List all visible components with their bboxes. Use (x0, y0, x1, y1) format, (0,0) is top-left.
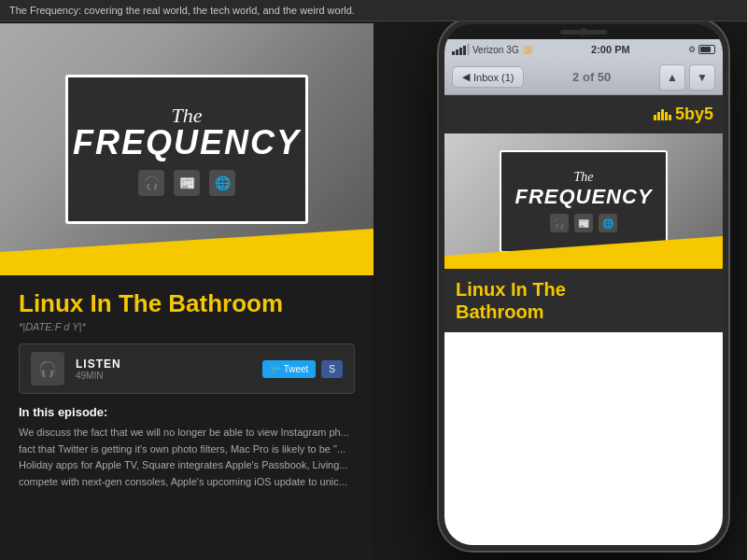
fb5-bar-1 (654, 115, 656, 120)
newspaper-icon: 📰 (174, 170, 200, 196)
phone-email-title-area: Linux In TheBathroom (444, 269, 723, 332)
status-right: ⚙ (688, 45, 715, 54)
hero-frequency-text: FREQUENCY (73, 123, 301, 162)
mail-navigation: ◀ Inbox (1) 2 of 50 ▲ ▼ (444, 60, 723, 95)
fb5-bar-5 (669, 115, 671, 120)
settings-icon: ⚙ (688, 45, 696, 54)
phone-email-title: Linux In TheBathroom (456, 278, 712, 323)
email-title: Linux In The Bathroom (19, 289, 355, 318)
phone-headphones-icon: 🎧 (550, 214, 569, 232)
mail-counter: 2 of 50 (572, 70, 611, 84)
up-arrow-icon: ▲ (667, 71, 678, 84)
phone-hero: The FREQUENCY 🎧 📰 🌐 (444, 133, 723, 269)
tweet-button[interactable]: 🐦 Tweet (262, 360, 317, 378)
inbox-label: Inbox (1) (473, 72, 514, 83)
fb5-bar-4 (665, 112, 668, 120)
signal-bars (452, 44, 470, 55)
down-arrow-icon: ▼ (697, 71, 708, 84)
back-arrow-icon: ◀ (462, 71, 470, 83)
signal-bar-2 (456, 49, 458, 55)
fiveby5-bars (654, 109, 671, 120)
wifi-icon: 🔆 (522, 45, 533, 55)
battery-icon (698, 45, 715, 54)
fb5-bar-3 (661, 109, 664, 120)
listen-bar: 🎧 LISTEN 49MIN 🐦 Tweet S (19, 343, 355, 394)
desktop-email-view: The FREQUENCY 🎧 📰 🌐 Linux In The Bathroo… (0, 23, 374, 560)
phone-newspaper-icon: 📰 (574, 214, 593, 232)
headphones-icon: 🎧 (138, 170, 164, 196)
status-time: 2:00 PM (591, 44, 630, 55)
signal-bar-4 (463, 46, 466, 55)
battery-fill (700, 47, 711, 52)
mail-nav-arrows: ▲ ▼ (659, 64, 715, 91)
phone-mockup: Verizon 3G 🔆 2:00 PM ⚙ ◀ Inbox (1) 2 of … (439, 19, 728, 551)
signal-bar-5 (467, 44, 470, 55)
previous-mail-button[interactable]: ▲ (659, 64, 685, 91)
listen-info: LISTEN 49MIN (76, 357, 251, 381)
email-hero-section: The FREQUENCY 🎧 📰 🌐 (0, 23, 374, 275)
episode-text: We discuss the fact that we will no long… (19, 425, 355, 490)
phone-frequency-logo: The FREQUENCY 🎧 📰 🌐 (500, 150, 668, 253)
carrier-name: Verizon (472, 45, 503, 55)
top-bar: The Frequency: covering the real world, … (0, 0, 747, 21)
phone-status-bar: Verizon 3G 🔆 2:00 PM ⚙ (444, 39, 723, 60)
phone-globe-icon: 🌐 (599, 214, 617, 232)
phone-header-area: 5by5 (444, 95, 723, 133)
twitter-icon: 🐦 (270, 364, 281, 374)
phone-frequency-text: FREQUENCY (514, 185, 652, 209)
fiveby5-logo: 5by5 (675, 105, 713, 124)
listen-icon: 🎧 (31, 352, 64, 385)
phone-camera (580, 28, 587, 35)
episode-section: In this episode: We discuss the fact tha… (19, 405, 355, 490)
phone-hero-icons: 🎧 📰 🌐 (550, 214, 617, 232)
phone-email-body: 5by5 The FREQUENCY 🎧 📰 🌐 Linux In TheBat… (444, 95, 723, 545)
episode-header: In this episode: (19, 405, 355, 419)
email-body: Linux In The Bathroom *|DATE:F d Y|* 🎧 L… (0, 275, 374, 504)
email-date: *|DATE:F d Y|* (19, 321, 355, 332)
listen-duration: 49MIN (76, 371, 251, 381)
network-type: 3G (506, 45, 518, 55)
top-bar-text: The Frequency: covering the real world, … (9, 5, 355, 16)
fb5-bar-2 (657, 112, 660, 120)
globe-icon: 🌐 (209, 170, 235, 196)
signal-bar-3 (459, 48, 462, 55)
listen-label: LISTEN (76, 357, 251, 371)
next-mail-button[interactable]: ▼ (689, 64, 715, 91)
phone-the-text: The (574, 170, 594, 185)
frequency-logo: The FREQUENCY 🎧 📰 🌐 (65, 75, 308, 224)
status-left: Verizon 3G 🔆 (452, 44, 533, 55)
signal-bar-1 (452, 51, 455, 55)
phone-physical-top (444, 24, 723, 39)
social-buttons: 🐦 Tweet S (262, 360, 343, 378)
inbox-button[interactable]: ◀ Inbox (1) (452, 66, 524, 88)
hero-icons: 🎧 📰 🌐 (138, 170, 235, 196)
facebook-button[interactable]: S (321, 360, 343, 378)
